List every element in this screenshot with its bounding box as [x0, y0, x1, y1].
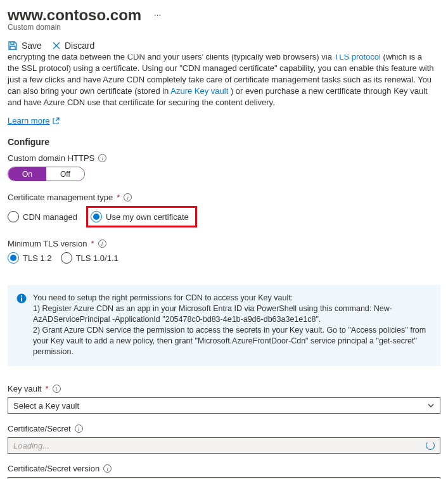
cert-version-label: Certificate/Secret version i [8, 464, 440, 473]
info-icon [16, 293, 27, 303]
keyvault-placeholder: Select a Key vault [13, 401, 79, 411]
radio-own-cert[interactable]: Use my own certificate [91, 211, 189, 222]
info-icon[interactable]: i [53, 385, 61, 393]
more-button[interactable]: ··· [154, 10, 162, 20]
save-icon [8, 41, 18, 51]
cert-mgmt-label: Certificate management type * i [8, 193, 440, 202]
svg-rect-1 [21, 298, 22, 302]
tls-options: TLS 1.2 TLS 1.0/1.1 [8, 252, 440, 264]
close-icon [52, 41, 61, 50]
radio-icon [8, 252, 19, 264]
radio-tls10[interactable]: TLS 1.0/1.1 [61, 252, 118, 264]
radio-icon [8, 211, 19, 222]
page-title: www.contoso.com [8, 6, 141, 24]
keyvault-label: Key vault * i [8, 384, 440, 393]
highlight-own-cert: Use my own certificate [86, 206, 197, 227]
page-subtitle: Custom domain [8, 23, 440, 32]
cert-secret-label: Certificate/Secret i [8, 424, 440, 433]
description-text: encrypting the data between the CDN and … [8, 54, 440, 108]
toggle-off: Off [46, 167, 84, 181]
keyvault-select[interactable]: Select a Key vault [8, 397, 440, 414]
discard-label: Discard [65, 41, 94, 51]
info-icon[interactable]: i [103, 464, 112, 473]
permissions-info-box: You need to setup the right permissions … [8, 285, 440, 366]
radio-tls12[interactable]: TLS 1.2 [8, 252, 52, 264]
toolbar: Save Discard [8, 41, 440, 51]
save-button[interactable]: Save [8, 41, 42, 51]
tls-label: Minimum TLS version * i [8, 239, 440, 248]
external-link-icon [52, 117, 60, 125]
toggle-on: On [8, 167, 46, 181]
radio-icon [91, 211, 102, 222]
info-icon[interactable]: i [75, 425, 83, 433]
https-toggle[interactable]: On Off [8, 167, 85, 181]
cert-mgmt-options: CDN managed Use my own certificate [8, 206, 440, 227]
tls-protocol-link[interactable]: TLS protocol [334, 54, 381, 61]
info-icon[interactable]: i [98, 154, 106, 162]
svg-point-2 [21, 295, 22, 297]
azure-key-vault-link[interactable]: Azure Key vault [170, 86, 228, 96]
discard-button[interactable]: Discard [52, 41, 94, 51]
radio-cdn-managed[interactable]: CDN managed [8, 211, 77, 222]
spinner-icon [426, 441, 435, 450]
info-icon[interactable]: i [98, 240, 106, 248]
configure-heading: Configure [8, 137, 440, 147]
learn-more-link[interactable]: Learn more [8, 116, 60, 125]
radio-icon [61, 252, 72, 264]
https-label: Custom domain HTTPS i [8, 153, 440, 163]
info-icon[interactable]: i [124, 193, 132, 201]
save-label: Save [22, 41, 42, 51]
cert-secret-select: Loading... [8, 437, 440, 454]
chevron-down-icon [427, 402, 435, 409]
